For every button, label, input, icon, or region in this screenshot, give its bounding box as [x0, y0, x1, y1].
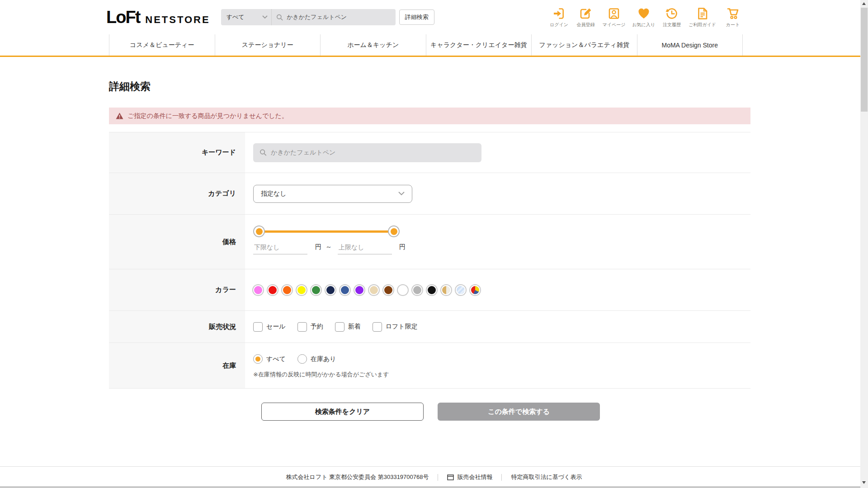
checkbox-reservation[interactable]: 予約: [297, 322, 323, 332]
color-swatch-green[interactable]: [311, 285, 321, 295]
color-swatch-beige[interactable]: [369, 285, 379, 295]
category-nav: コスメ＆ビューティー ステーショナリー ホーム＆キッチン キャラクター・クリエイ…: [109, 34, 743, 56]
checkbox-loft-limited[interactable]: ロフト限定: [373, 322, 418, 332]
chevron-down-icon: [262, 15, 268, 19]
error-banner: ご指定の条件に一致する商品が見つかりませんでした。: [109, 108, 750, 124]
radio-label: 在庫あり: [311, 355, 336, 363]
radio-button-checked[interactable]: [253, 354, 263, 364]
mypage-link[interactable]: マイページ: [602, 7, 625, 28]
keyword-input[interactable]: [271, 149, 475, 156]
chevron-down-icon: [398, 192, 405, 196]
color-swatch-pink[interactable]: [253, 285, 263, 295]
clear-conditions-button[interactable]: 検索条件をクリア: [261, 403, 424, 421]
radio-button[interactable]: [297, 354, 307, 364]
slider-min-handle[interactable]: [253, 225, 265, 237]
search-icon: [259, 149, 267, 156]
search-form: キーワード カテゴリ 指定なし 価格: [109, 132, 750, 389]
header: LoFt NETSTORE すべて 詳細検索 ログイン: [0, 0, 868, 34]
mypage-icon: [607, 7, 621, 20]
checkbox-label: セール: [266, 323, 286, 331]
keyword-row: キーワード: [109, 132, 750, 173]
sale-status-row: 販売状況 セール 予約 新着: [109, 311, 750, 343]
checkbox-box[interactable]: [373, 322, 382, 332]
logo-netstore-text: NETSTORE: [145, 14, 210, 26]
color-swatch-black[interactable]: [427, 285, 437, 295]
nav-item-fashion[interactable]: ファッション＆バラエティ雑貨: [531, 34, 637, 56]
color-swatch-red[interactable]: [268, 285, 278, 295]
nav-item-stationery[interactable]: ステーショナリー: [215, 34, 321, 56]
price-inputs: 円 ～ 円: [253, 243, 750, 254]
search-with-conditions-button[interactable]: この条件で検索する: [438, 403, 600, 421]
header-quick-links: ログイン 会員登録 マイページ お気に入り: [549, 7, 743, 28]
scrollbar-thumb[interactable]: [861, 8, 868, 112]
checkbox-box[interactable]: [253, 322, 263, 332]
nav-item-character[interactable]: キャラクター・クリエイター雑貨: [426, 34, 532, 56]
color-label: カラー: [109, 269, 245, 310]
slider-max-handle[interactable]: [388, 225, 400, 237]
footer-divider: [501, 474, 502, 481]
search-icon: [276, 14, 283, 21]
stock-label: 在庫: [109, 343, 245, 388]
color-swatch-white[interactable]: [398, 285, 408, 295]
color-swatch-blue[interactable]: [340, 285, 350, 295]
price-unit-label: 円: [399, 243, 406, 251]
color-swatches: [253, 285, 480, 295]
footer-link-commerce-law[interactable]: 特定商取引法に基づく表示: [511, 473, 582, 481]
mypage-label: マイページ: [602, 22, 625, 28]
radio-all[interactable]: すべて: [253, 354, 286, 364]
footer-company-text: 株式会社ロフト 東京都公安委員会 第303319700768号: [286, 473, 429, 481]
sale-status-label: 販売状況: [109, 311, 245, 343]
detail-search-button[interactable]: 詳細検索: [399, 9, 434, 25]
checkbox-box[interactable]: [335, 322, 344, 332]
bottom-bar: [0, 486, 860, 488]
favorite-icon: [637, 7, 651, 20]
scrollbar-down-arrow-icon[interactable]: [862, 481, 866, 484]
nav-accent-underline: [0, 56, 868, 57]
color-swatch-purple[interactable]: [354, 285, 364, 295]
keyword-input-box: [253, 143, 481, 162]
checkbox-sale[interactable]: セール: [253, 322, 286, 332]
radio-in-stock[interactable]: 在庫あり: [297, 354, 336, 364]
loft-logo[interactable]: LoFt NETSTORE: [106, 8, 210, 27]
nav-item-moma[interactable]: MoMA Design Store: [637, 34, 743, 56]
nav-item-cosmetics[interactable]: コスメ＆ビューティー: [109, 34, 215, 56]
register-label: 会員登録: [576, 22, 594, 28]
keyword-label: キーワード: [109, 132, 245, 173]
favorite-link[interactable]: お気に入り: [632, 7, 655, 28]
favorite-label: お気に入り: [632, 22, 655, 28]
price-max-input[interactable]: [338, 244, 392, 254]
price-range-slider: [259, 225, 394, 237]
history-label: 注文履歴: [663, 22, 681, 28]
color-swatch-brown[interactable]: [383, 285, 393, 295]
page-root: LoFt NETSTORE すべて 詳細検索 ログイン: [0, 0, 868, 488]
category-select[interactable]: 指定なし: [253, 185, 412, 203]
checkbox-new[interactable]: 新着: [335, 322, 361, 332]
footer-link-seller-info[interactable]: 販売会社情報: [447, 473, 492, 481]
guide-label: ご利用ガイド: [689, 22, 716, 28]
nav-item-home-kitchen[interactable]: ホーム＆キッチン: [320, 34, 426, 56]
login-label: ログイン: [550, 22, 568, 28]
page-title: 詳細検索: [109, 80, 868, 94]
guide-link[interactable]: ご利用ガイド: [689, 7, 716, 28]
color-swatch-gray[interactable]: [412, 285, 422, 295]
register-icon: [579, 7, 592, 20]
price-min-input[interactable]: [253, 244, 307, 254]
color-swatch-navy[interactable]: [326, 285, 335, 295]
history-link[interactable]: 注文履歴: [662, 7, 682, 28]
color-swatch-yellow[interactable]: [297, 285, 307, 295]
login-link[interactable]: ログイン: [549, 7, 569, 28]
radio-label: すべて: [266, 355, 286, 363]
category-select-value: 指定なし: [261, 190, 287, 198]
scrollbar-up-arrow-icon[interactable]: [862, 2, 866, 5]
vertical-scrollbar[interactable]: [860, 0, 868, 488]
checkbox-label: 予約: [311, 323, 323, 331]
checkbox-box[interactable]: [297, 322, 307, 332]
color-swatch-gold-silver[interactable]: [441, 285, 451, 295]
cart-link[interactable]: カート: [723, 7, 743, 28]
search-category-select[interactable]: すべて: [221, 9, 272, 25]
color-swatch-clear[interactable]: [456, 285, 466, 295]
register-link[interactable]: 会員登録: [576, 7, 595, 28]
search-input[interactable]: [287, 14, 391, 21]
color-swatch-orange[interactable]: [282, 285, 292, 295]
color-swatch-multicolor[interactable]: [470, 285, 480, 295]
